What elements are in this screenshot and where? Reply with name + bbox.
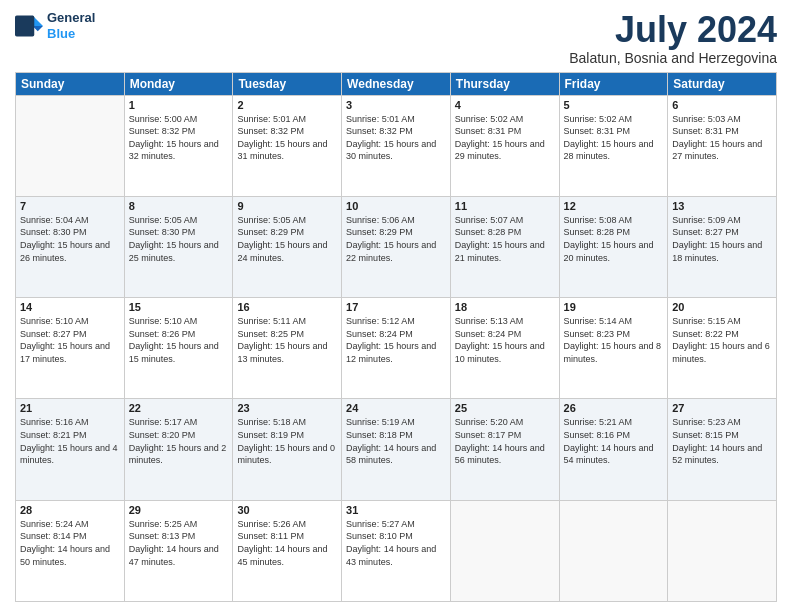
logo-icon [15,12,43,40]
day-info: Sunrise: 5:26 AMSunset: 8:11 PMDaylight:… [237,518,337,568]
day-info: Sunrise: 5:08 AMSunset: 8:28 PMDaylight:… [564,214,664,264]
day-info: Sunrise: 5:12 AMSunset: 8:24 PMDaylight:… [346,315,446,365]
day-info: Sunrise: 5:27 AMSunset: 8:10 PMDaylight:… [346,518,446,568]
calendar-cell [559,500,668,601]
day-info: Sunrise: 5:00 AMSunset: 8:32 PMDaylight:… [129,113,229,163]
day-number: 22 [129,402,229,414]
day-info: Sunrise: 5:23 AMSunset: 8:15 PMDaylight:… [672,416,772,466]
day-number: 9 [237,200,337,212]
calendar-header-thursday: Thursday [450,72,559,95]
day-number: 24 [346,402,446,414]
day-number: 10 [346,200,446,212]
day-info: Sunrise: 5:14 AMSunset: 8:23 PMDaylight:… [564,315,664,365]
calendar-cell: 18Sunrise: 5:13 AMSunset: 8:24 PMDayligh… [450,298,559,399]
day-number: 7 [20,200,120,212]
day-number: 15 [129,301,229,313]
day-info: Sunrise: 5:10 AMSunset: 8:27 PMDaylight:… [20,315,120,365]
calendar-week-row: 7Sunrise: 5:04 AMSunset: 8:30 PMDaylight… [16,196,777,297]
calendar-cell [16,95,125,196]
day-number: 21 [20,402,120,414]
day-info: Sunrise: 5:11 AMSunset: 8:25 PMDaylight:… [237,315,337,365]
day-number: 18 [455,301,555,313]
day-number: 19 [564,301,664,313]
day-number: 13 [672,200,772,212]
calendar-week-row: 28Sunrise: 5:24 AMSunset: 8:14 PMDayligh… [16,500,777,601]
title-section: July 2024 Balatun, Bosnia and Herzegovin… [569,10,777,66]
calendar-cell: 15Sunrise: 5:10 AMSunset: 8:26 PMDayligh… [124,298,233,399]
header: General Blue July 2024 Balatun, Bosnia a… [15,10,777,66]
calendar-cell: 9Sunrise: 5:05 AMSunset: 8:29 PMDaylight… [233,196,342,297]
calendar-header-saturday: Saturday [668,72,777,95]
location: Balatun, Bosnia and Herzegovina [569,50,777,66]
day-info: Sunrise: 5:20 AMSunset: 8:17 PMDaylight:… [455,416,555,466]
day-info: Sunrise: 5:18 AMSunset: 8:19 PMDaylight:… [237,416,337,466]
day-info: Sunrise: 5:06 AMSunset: 8:29 PMDaylight:… [346,214,446,264]
calendar-cell: 31Sunrise: 5:27 AMSunset: 8:10 PMDayligh… [342,500,451,601]
day-number: 23 [237,402,337,414]
day-number: 1 [129,99,229,111]
calendar-cell: 16Sunrise: 5:11 AMSunset: 8:25 PMDayligh… [233,298,342,399]
calendar-cell: 1Sunrise: 5:00 AMSunset: 8:32 PMDaylight… [124,95,233,196]
logo-line2: Blue [47,26,75,41]
day-number: 25 [455,402,555,414]
calendar-cell: 28Sunrise: 5:24 AMSunset: 8:14 PMDayligh… [16,500,125,601]
day-info: Sunrise: 5:02 AMSunset: 8:31 PMDaylight:… [455,113,555,163]
calendar-cell: 27Sunrise: 5:23 AMSunset: 8:15 PMDayligh… [668,399,777,500]
calendar-cell: 3Sunrise: 5:01 AMSunset: 8:32 PMDaylight… [342,95,451,196]
page: General Blue July 2024 Balatun, Bosnia a… [0,0,792,612]
calendar-cell: 30Sunrise: 5:26 AMSunset: 8:11 PMDayligh… [233,500,342,601]
calendar-header-tuesday: Tuesday [233,72,342,95]
calendar-cell: 22Sunrise: 5:17 AMSunset: 8:20 PMDayligh… [124,399,233,500]
day-info: Sunrise: 5:15 AMSunset: 8:22 PMDaylight:… [672,315,772,365]
day-number: 14 [20,301,120,313]
calendar-cell: 25Sunrise: 5:20 AMSunset: 8:17 PMDayligh… [450,399,559,500]
day-info: Sunrise: 5:13 AMSunset: 8:24 PMDaylight:… [455,315,555,365]
calendar-cell: 29Sunrise: 5:25 AMSunset: 8:13 PMDayligh… [124,500,233,601]
day-info: Sunrise: 5:21 AMSunset: 8:16 PMDaylight:… [564,416,664,466]
day-info: Sunrise: 5:05 AMSunset: 8:30 PMDaylight:… [129,214,229,264]
day-number: 26 [564,402,664,414]
calendar-cell: 17Sunrise: 5:12 AMSunset: 8:24 PMDayligh… [342,298,451,399]
svg-rect-2 [15,15,34,36]
day-info: Sunrise: 5:01 AMSunset: 8:32 PMDaylight:… [346,113,446,163]
day-number: 6 [672,99,772,111]
calendar-week-row: 1Sunrise: 5:00 AMSunset: 8:32 PMDaylight… [16,95,777,196]
calendar-cell: 4Sunrise: 5:02 AMSunset: 8:31 PMDaylight… [450,95,559,196]
calendar-header-wednesday: Wednesday [342,72,451,95]
day-info: Sunrise: 5:02 AMSunset: 8:31 PMDaylight:… [564,113,664,163]
day-number: 11 [455,200,555,212]
day-info: Sunrise: 5:09 AMSunset: 8:27 PMDaylight:… [672,214,772,264]
day-number: 5 [564,99,664,111]
day-number: 16 [237,301,337,313]
day-info: Sunrise: 5:25 AMSunset: 8:13 PMDaylight:… [129,518,229,568]
calendar-header-row: SundayMondayTuesdayWednesdayThursdayFrid… [16,72,777,95]
day-info: Sunrise: 5:17 AMSunset: 8:20 PMDaylight:… [129,416,229,466]
calendar-cell: 23Sunrise: 5:18 AMSunset: 8:19 PMDayligh… [233,399,342,500]
day-info: Sunrise: 5:07 AMSunset: 8:28 PMDaylight:… [455,214,555,264]
calendar-cell [668,500,777,601]
month-title: July 2024 [569,10,777,50]
calendar-cell: 2Sunrise: 5:01 AMSunset: 8:32 PMDaylight… [233,95,342,196]
calendar-cell: 7Sunrise: 5:04 AMSunset: 8:30 PMDaylight… [16,196,125,297]
calendar-cell [450,500,559,601]
logo-line1: General [47,10,95,26]
day-info: Sunrise: 5:24 AMSunset: 8:14 PMDaylight:… [20,518,120,568]
calendar-cell: 21Sunrise: 5:16 AMSunset: 8:21 PMDayligh… [16,399,125,500]
calendar-week-row: 21Sunrise: 5:16 AMSunset: 8:21 PMDayligh… [16,399,777,500]
day-number: 4 [455,99,555,111]
calendar-week-row: 14Sunrise: 5:10 AMSunset: 8:27 PMDayligh… [16,298,777,399]
day-info: Sunrise: 5:10 AMSunset: 8:26 PMDaylight:… [129,315,229,365]
day-info: Sunrise: 5:05 AMSunset: 8:29 PMDaylight:… [237,214,337,264]
day-info: Sunrise: 5:01 AMSunset: 8:32 PMDaylight:… [237,113,337,163]
calendar-header-monday: Monday [124,72,233,95]
calendar-header-sunday: Sunday [16,72,125,95]
calendar-cell: 14Sunrise: 5:10 AMSunset: 8:27 PMDayligh… [16,298,125,399]
day-number: 29 [129,504,229,516]
day-number: 2 [237,99,337,111]
calendar-cell: 10Sunrise: 5:06 AMSunset: 8:29 PMDayligh… [342,196,451,297]
calendar-cell: 12Sunrise: 5:08 AMSunset: 8:28 PMDayligh… [559,196,668,297]
day-number: 30 [237,504,337,516]
logo-text: General Blue [47,10,95,41]
day-info: Sunrise: 5:16 AMSunset: 8:21 PMDaylight:… [20,416,120,466]
day-number: 3 [346,99,446,111]
